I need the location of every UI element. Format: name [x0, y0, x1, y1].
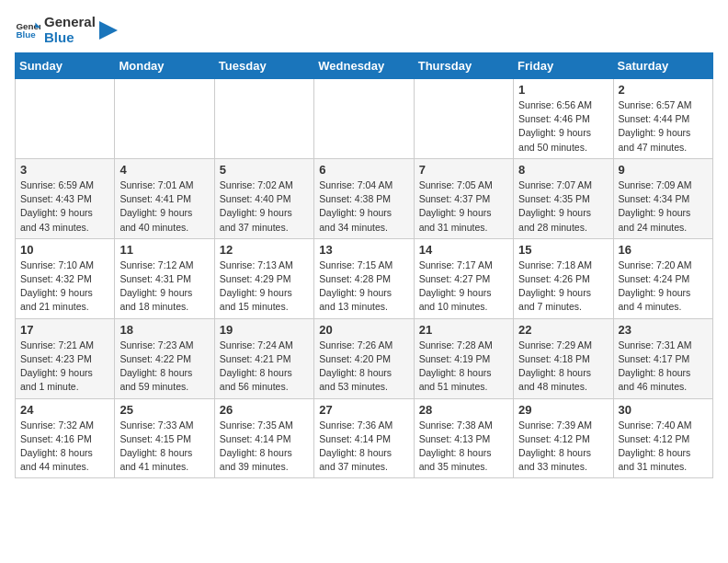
day-cell: 10Sunrise: 7:10 AM Sunset: 4:32 PM Dayli…: [16, 238, 115, 318]
day-cell: [314, 79, 414, 159]
day-cell: 7Sunrise: 7:05 AM Sunset: 4:37 PM Daylig…: [414, 158, 513, 238]
day-info: Sunrise: 7:18 AM Sunset: 4:26 PM Dayligh…: [518, 259, 608, 315]
day-info: Sunrise: 7:28 AM Sunset: 4:19 PM Dayligh…: [419, 339, 508, 395]
week-row-5: 24Sunrise: 7:32 AM Sunset: 4:16 PM Dayli…: [16, 398, 713, 478]
header-cell-wednesday: Wednesday: [314, 53, 414, 79]
day-cell: 12Sunrise: 7:13 AM Sunset: 4:29 PM Dayli…: [214, 238, 313, 318]
day-info: Sunrise: 6:56 AM Sunset: 4:46 PM Dayligh…: [518, 98, 608, 155]
day-number: 10: [20, 243, 109, 257]
header-cell-saturday: Saturday: [613, 53, 712, 79]
day-cell: 20Sunrise: 7:26 AM Sunset: 4:20 PM Dayli…: [314, 318, 414, 398]
day-number: 28: [419, 403, 508, 417]
day-cell: 16Sunrise: 7:20 AM Sunset: 4:24 PM Dayli…: [613, 238, 712, 318]
day-info: Sunrise: 7:29 AM Sunset: 4:18 PM Dayligh…: [518, 339, 608, 395]
day-cell: 1Sunrise: 6:56 AM Sunset: 4:46 PM Daylig…: [514, 79, 613, 159]
day-info: Sunrise: 6:57 AM Sunset: 4:44 PM Dayligh…: [619, 98, 708, 155]
logo-icon: General Blue: [15, 17, 40, 43]
day-info: Sunrise: 7:07 AM Sunset: 4:35 PM Dayligh…: [518, 178, 608, 235]
day-number: 3: [20, 163, 109, 177]
day-info: Sunrise: 7:21 AM Sunset: 4:23 PM Dayligh…: [20, 339, 109, 395]
day-number: 26: [220, 403, 309, 417]
logo: General Blue General Blue: [15, 15, 118, 45]
day-cell: 27Sunrise: 7:36 AM Sunset: 4:14 PM Dayli…: [314, 398, 414, 478]
day-number: 25: [119, 403, 209, 417]
day-info: Sunrise: 7:40 AM Sunset: 4:12 PM Dayligh…: [619, 419, 708, 475]
day-number: 11: [119, 243, 209, 257]
header-cell-friday: Friday: [514, 53, 613, 79]
day-info: Sunrise: 7:05 AM Sunset: 4:37 PM Dayligh…: [419, 178, 508, 235]
day-number: 4: [119, 163, 209, 177]
day-info: Sunrise: 7:01 AM Sunset: 4:41 PM Dayligh…: [119, 178, 209, 235]
day-info: Sunrise: 7:10 AM Sunset: 4:32 PM Dayligh…: [20, 259, 109, 315]
day-info: Sunrise: 7:24 AM Sunset: 4:21 PM Dayligh…: [220, 339, 309, 395]
day-cell: 23Sunrise: 7:31 AM Sunset: 4:17 PM Dayli…: [613, 318, 712, 398]
week-row-2: 3Sunrise: 6:59 AM Sunset: 4:43 PM Daylig…: [16, 158, 713, 238]
day-number: 18: [119, 323, 209, 337]
day-cell: 8Sunrise: 7:07 AM Sunset: 4:35 PM Daylig…: [514, 158, 613, 238]
day-cell: 29Sunrise: 7:39 AM Sunset: 4:12 PM Dayli…: [514, 398, 613, 478]
day-number: 8: [518, 163, 608, 177]
week-row-3: 10Sunrise: 7:10 AM Sunset: 4:32 PM Dayli…: [16, 238, 713, 318]
day-cell: [214, 79, 313, 159]
day-number: 2: [619, 83, 708, 97]
calendar-table: SundayMondayTuesdayWednesdayThursdayFrid…: [15, 52, 713, 478]
day-info: Sunrise: 7:31 AM Sunset: 4:17 PM Dayligh…: [619, 339, 708, 395]
header-cell-tuesday: Tuesday: [214, 53, 313, 79]
day-number: 17: [20, 323, 109, 337]
day-number: 24: [20, 403, 109, 417]
day-cell: 5Sunrise: 7:02 AM Sunset: 4:40 PM Daylig…: [214, 158, 313, 238]
day-number: 19: [220, 323, 309, 337]
day-number: 30: [619, 403, 708, 417]
day-info: Sunrise: 7:38 AM Sunset: 4:13 PM Dayligh…: [419, 419, 508, 475]
logo-arrow-icon: [99, 21, 118, 40]
day-info: Sunrise: 7:09 AM Sunset: 4:34 PM Dayligh…: [619, 178, 708, 235]
day-number: 15: [518, 243, 608, 257]
day-info: Sunrise: 7:15 AM Sunset: 4:28 PM Dayligh…: [319, 259, 408, 315]
day-info: Sunrise: 7:02 AM Sunset: 4:40 PM Dayligh…: [220, 178, 309, 235]
svg-marker-3: [99, 21, 118, 40]
calendar-header: SundayMondayTuesdayWednesdayThursdayFrid…: [16, 53, 713, 79]
header-cell-monday: Monday: [115, 53, 214, 79]
day-cell: 19Sunrise: 7:24 AM Sunset: 4:21 PM Dayli…: [214, 318, 313, 398]
calendar-body: 1Sunrise: 6:56 AM Sunset: 4:46 PM Daylig…: [16, 79, 713, 478]
day-info: Sunrise: 7:20 AM Sunset: 4:24 PM Dayligh…: [619, 259, 708, 315]
day-cell: [16, 79, 115, 159]
day-cell: 30Sunrise: 7:40 AM Sunset: 4:12 PM Dayli…: [613, 398, 712, 478]
day-cell: 4Sunrise: 7:01 AM Sunset: 4:41 PM Daylig…: [115, 158, 214, 238]
logo-text-general: General: [44, 15, 96, 30]
day-number: 29: [518, 403, 608, 417]
day-cell: 14Sunrise: 7:17 AM Sunset: 4:27 PM Dayli…: [414, 238, 513, 318]
day-info: Sunrise: 7:35 AM Sunset: 4:14 PM Dayligh…: [220, 419, 309, 475]
day-info: Sunrise: 6:59 AM Sunset: 4:43 PM Dayligh…: [20, 178, 109, 235]
day-cell: 13Sunrise: 7:15 AM Sunset: 4:28 PM Dayli…: [314, 238, 414, 318]
day-number: 16: [619, 243, 708, 257]
day-cell: 6Sunrise: 7:04 AM Sunset: 4:38 PM Daylig…: [314, 158, 414, 238]
week-row-4: 17Sunrise: 7:21 AM Sunset: 4:23 PM Dayli…: [16, 318, 713, 398]
day-info: Sunrise: 7:33 AM Sunset: 4:15 PM Dayligh…: [119, 419, 209, 475]
header-row: SundayMondayTuesdayWednesdayThursdayFrid…: [16, 53, 713, 79]
day-cell: 22Sunrise: 7:29 AM Sunset: 4:18 PM Dayli…: [514, 318, 613, 398]
day-cell: 21Sunrise: 7:28 AM Sunset: 4:19 PM Dayli…: [414, 318, 513, 398]
day-cell: 28Sunrise: 7:38 AM Sunset: 4:13 PM Dayli…: [414, 398, 513, 478]
day-number: 6: [319, 163, 408, 177]
day-cell: 25Sunrise: 7:33 AM Sunset: 4:15 PM Dayli…: [115, 398, 214, 478]
day-number: 13: [319, 243, 408, 257]
day-info: Sunrise: 7:23 AM Sunset: 4:22 PM Dayligh…: [119, 339, 209, 395]
day-info: Sunrise: 7:36 AM Sunset: 4:14 PM Dayligh…: [319, 419, 408, 475]
day-number: 5: [220, 163, 309, 177]
day-info: Sunrise: 7:39 AM Sunset: 4:12 PM Dayligh…: [518, 419, 608, 475]
day-info: Sunrise: 7:26 AM Sunset: 4:20 PM Dayligh…: [319, 339, 408, 395]
day-number: 27: [319, 403, 408, 417]
day-cell: 17Sunrise: 7:21 AM Sunset: 4:23 PM Dayli…: [16, 318, 115, 398]
day-cell: 15Sunrise: 7:18 AM Sunset: 4:26 PM Dayli…: [514, 238, 613, 318]
day-number: 14: [419, 243, 508, 257]
page-header: General Blue General Blue: [15, 15, 713, 45]
day-cell: 18Sunrise: 7:23 AM Sunset: 4:22 PM Dayli…: [115, 318, 214, 398]
day-number: 9: [619, 163, 708, 177]
day-number: 23: [619, 323, 708, 337]
day-cell: 3Sunrise: 6:59 AM Sunset: 4:43 PM Daylig…: [16, 158, 115, 238]
week-row-1: 1Sunrise: 6:56 AM Sunset: 4:46 PM Daylig…: [16, 79, 713, 159]
day-number: 1: [518, 83, 608, 97]
day-number: 12: [220, 243, 309, 257]
day-cell: [414, 79, 513, 159]
